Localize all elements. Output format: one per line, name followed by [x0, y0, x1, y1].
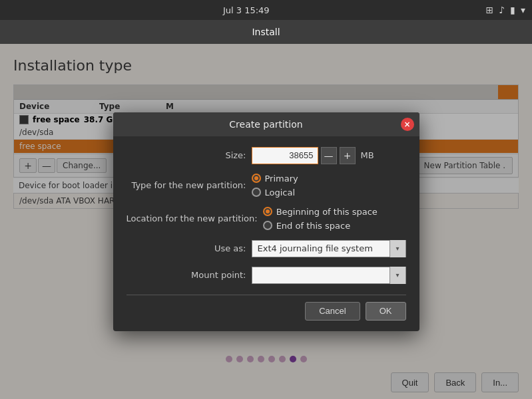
size-increment-button[interactable]: +	[340, 147, 356, 164]
mount-point-label: Mount point:	[127, 270, 246, 280]
type-radio-group: Primary Logical	[252, 174, 298, 198]
type-primary-radio[interactable]	[252, 174, 261, 183]
size-label: Size:	[127, 150, 246, 160]
ok-button[interactable]: OK	[366, 302, 406, 321]
create-partition-dialog: Create partition × Size: — + MB	[113, 112, 419, 331]
dialog-close-button[interactable]: ×	[401, 118, 414, 131]
sound-icon[interactable]: ♪	[499, 5, 505, 15]
use-as-row: Use as: Ext4 journaling file system ▾	[127, 240, 406, 257]
dialog-body: Size: — + MB Type for the new partition:	[113, 136, 419, 331]
use-as-dropdown-arrow: ▾	[390, 240, 405, 257]
dialog-titlebar: Create partition ×	[113, 112, 419, 136]
window-title: Install	[252, 27, 280, 37]
mount-point-container: ▾	[252, 267, 406, 284]
topbar: Jul 3 15:49 ⊞ ♪ ▮ ▾	[0, 0, 532, 20]
location-end-option[interactable]: End of this space	[263, 221, 378, 231]
location-end-label: End of this space	[276, 221, 351, 231]
battery-icon[interactable]: ▮	[510, 5, 515, 15]
location-end-radio[interactable]	[263, 221, 272, 230]
type-label: Type for the new partition:	[127, 180, 246, 190]
cancel-button[interactable]: Cancel	[305, 302, 360, 321]
topbar-right: ⊞ ♪ ▮ ▾	[486, 5, 525, 15]
partition-type-row: Type for the new partition: Primary Logi…	[127, 174, 406, 198]
location-label: Location for the new partition:	[127, 213, 258, 223]
location-row: Location for the new partition: Beginnin…	[127, 207, 406, 231]
titlebar: Install	[0, 20, 532, 44]
mount-point-input[interactable]	[252, 270, 390, 280]
type-primary-option[interactable]: Primary	[252, 174, 298, 184]
type-primary-label: Primary	[265, 174, 298, 184]
size-decrement-button[interactable]: —	[321, 147, 337, 164]
dialog-buttons: Cancel OK	[127, 295, 406, 321]
topbar-datetime: Jul 3 15:49	[223, 5, 270, 15]
chevron-down-icon[interactable]: ▾	[521, 5, 525, 15]
location-beginning-option[interactable]: Beginning of this space	[263, 207, 378, 217]
size-controls: — + MB	[252, 147, 406, 164]
main-content: Installation type Device Type M free spa…	[0, 44, 532, 399]
use-as-dropdown[interactable]: Ext4 journaling file system ▾	[252, 240, 406, 257]
type-logical-radio[interactable]	[252, 188, 261, 197]
network-icon[interactable]: ⊞	[486, 5, 494, 15]
mount-point-dropdown-arrow[interactable]: ▾	[390, 267, 405, 284]
location-radio-group: Beginning of this space End of this spac…	[263, 207, 378, 231]
location-beginning-label: Beginning of this space	[276, 207, 378, 217]
location-beginning-radio[interactable]	[263, 207, 272, 216]
mount-point-row: Mount point: ▾	[127, 267, 406, 284]
dialog-title: Create partition	[229, 119, 302, 130]
dialog-overlay: Create partition × Size: — + MB	[0, 44, 532, 399]
use-as-label: Use as:	[127, 243, 246, 253]
size-row: Size: — + MB	[127, 147, 406, 164]
use-as-value: Ext4 journaling file system	[252, 243, 390, 253]
size-input[interactable]	[252, 147, 318, 164]
type-logical-label: Logical	[265, 188, 296, 198]
size-unit: MB	[361, 150, 374, 160]
type-logical-option[interactable]: Logical	[252, 188, 298, 198]
